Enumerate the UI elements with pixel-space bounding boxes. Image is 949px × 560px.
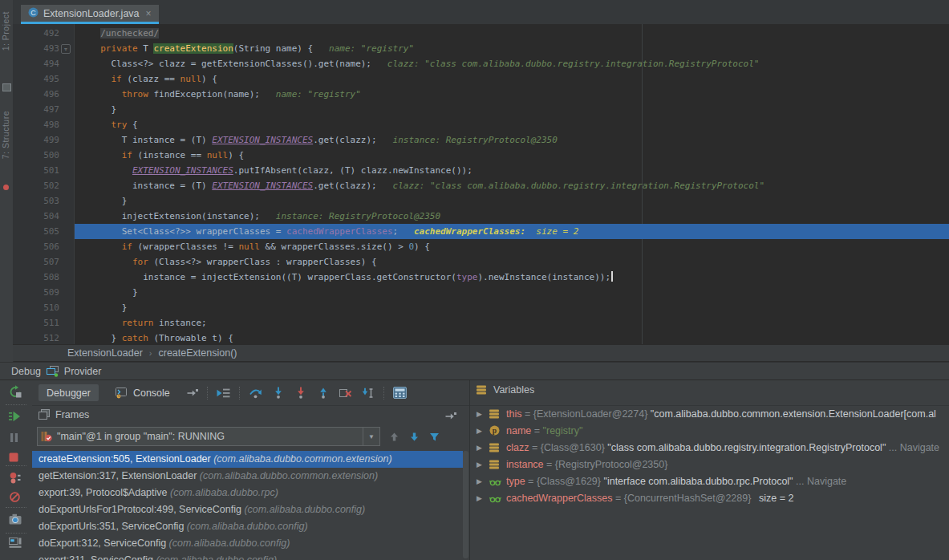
previous-frame-icon[interactable] [389, 431, 400, 442]
text-caret [611, 271, 613, 282]
variables-list: ▶this = {ExtensionLoader@2274} "com.alib… [470, 405, 949, 560]
code-line-496[interactable]: 496 throw findException(name); name: "re… [13, 87, 949, 102]
code-text: } catch (Throwable t) { [74, 333, 233, 343]
run-to-cursor-icon[interactable] [361, 387, 375, 400]
code-line-508[interactable]: 508 instance = injectExtension((T) wrapp… [13, 270, 949, 285]
step-out-icon[interactable] [316, 387, 331, 400]
code-line-507[interactable]: 507 for (Class<?> wrapperClass : wrapper… [13, 254, 949, 270]
code-line-498[interactable]: 498 try { [13, 117, 949, 132]
expand-triangle-icon[interactable]: ▶ [477, 410, 485, 418]
svg-text:p: p [493, 427, 497, 435]
breadcrumb-class[interactable]: ExtensionLoader [67, 347, 143, 359]
code-line-511[interactable]: 511 return instance; [13, 315, 949, 331]
rerun-icon[interactable] [9, 385, 23, 400]
debug-left-toolbar [0, 380, 32, 560]
filter-frames-icon[interactable] [429, 431, 440, 442]
thread-dump-icon[interactable] [9, 513, 23, 528]
code-text: return instance; [74, 318, 207, 328]
mute-breakpoints-icon[interactable] [9, 491, 23, 505]
code-line-495[interactable]: 495 if (clazz == null) { [13, 71, 949, 87]
next-frame-icon[interactable] [409, 431, 420, 442]
chevron-down-icon[interactable]: ▼ [363, 428, 379, 445]
frame-row[interactable]: createExtension:505, ExtensionLoader (co… [32, 451, 463, 468]
line-number: 512 [13, 331, 74, 344]
variable-row[interactable]: ▶pname = "registry" [470, 422, 949, 439]
variable-row[interactable]: ▶clazz = {Class@1630} "class com.alibaba… [470, 439, 949, 456]
expand-triangle-icon[interactable]: ▶ [477, 427, 485, 435]
frame-row[interactable]: doExportUrlsFor1Protocol:499, ServiceCon… [32, 501, 463, 518]
frame-package: (com.alibaba.dubbo.config) [156, 554, 277, 560]
tab-extensionloader[interactable]: C ExtensionLoader.java × [21, 5, 159, 24]
run-configuration-name[interactable]: Provider [64, 366, 102, 377]
resume-icon[interactable] [9, 411, 23, 425]
tool-stripe-icon[interactable] [2, 83, 11, 91]
parameter-icon: p [489, 425, 501, 436]
tab-console[interactable]: Console [106, 384, 178, 401]
variable-row[interactable]: ▶cachedWrapperClasses = {ConcurrentHashS… [470, 489, 949, 506]
show-execution-point-icon[interactable] [217, 387, 231, 400]
evaluate-expression-icon[interactable] [393, 387, 408, 400]
variable-row[interactable]: ▶instance = {RegistryProtocol@2350} [470, 456, 949, 473]
variable-name: instance [506, 459, 544, 470]
expand-triangle-icon[interactable]: ▶ [477, 444, 485, 452]
thread-selector-row: "main"@1 in group "main": RUNNING ▼ [37, 426, 440, 447]
expand-triangle-icon[interactable]: ▶ [477, 494, 485, 502]
code-line-510[interactable]: 510 } [13, 300, 949, 315]
fold-marker-icon[interactable]: ▿ [61, 44, 71, 54]
frames-scrollbar[interactable] [463, 451, 468, 558]
breadcrumb-separator: › [149, 348, 152, 358]
frame-row[interactable]: getExtension:317, ExtensionLoader (com.a… [32, 468, 463, 485]
force-step-into-icon[interactable] [294, 387, 308, 400]
thread-dropdown[interactable]: "main"@1 in group "main": RUNNING ▼ [37, 427, 380, 446]
code-line-501[interactable]: 501 EXTENSION_INSTANCES.putIfAbsent(claz… [13, 163, 949, 178]
jump-to-output-icon[interactable] [185, 387, 200, 400]
pause-icon[interactable] [9, 432, 23, 446]
tab-title: ExtensionLoader.java [43, 8, 140, 19]
view-breakpoints-icon[interactable] [9, 472, 23, 486]
class-icon: C [28, 6, 39, 21]
code-line-504[interactable]: 504 injectExtension(instance); instance:… [13, 209, 949, 224]
line-number: 503 [13, 193, 74, 209]
step-into-icon[interactable] [271, 387, 286, 400]
code-line-492[interactable]: 492 /unchecked/ [13, 26, 949, 41]
frame-location: getExtension:317, ExtensionLoader [39, 470, 200, 481]
code-line-493[interactable]: 493 private T createExtension(String nam… [13, 41, 949, 56]
frame-row[interactable]: export:311, ServiceConfig (com.alibaba.d… [32, 552, 463, 560]
breadcrumb-method[interactable]: createExtension() [159, 347, 237, 359]
code-line-497[interactable]: 497 } [13, 102, 949, 117]
code-line-506[interactable]: 506 if (wrapperClasses != null && wrappe… [13, 239, 949, 254]
code-line-503[interactable]: 503 } [13, 193, 949, 209]
code-line-512[interactable]: 512 } catch (Throwable t) { [13, 331, 949, 344]
close-icon[interactable]: × [146, 8, 152, 19]
variable-row[interactable]: ▶this = {ExtensionLoader@2274} "com.alib… [470, 405, 949, 422]
code-text: injectExtension(instance); instance: Reg… [74, 211, 440, 221]
code-text: if (instance == null) { [74, 150, 244, 160]
variables-panel-title: Variables [493, 384, 534, 396]
frame-package: (com.alibaba.dubbo.config) [244, 504, 365, 515]
frame-row[interactable]: export:39, Protocol$Adaptive (com.alibab… [32, 485, 463, 501]
expand-triangle-icon[interactable]: ▶ [477, 461, 485, 469]
frame-row[interactable]: doExport:312, ServiceConfig (com.alibaba… [32, 535, 463, 552]
expand-triangle-icon[interactable]: ▶ [477, 477, 485, 485]
code-line-502[interactable]: 502 instance = (T) EXTENSION_INSTANCES.g… [13, 178, 949, 193]
stop-icon[interactable] [9, 451, 23, 465]
sidebar-item-structure[interactable]: 7: Structure [1, 111, 10, 159]
variable-row[interactable]: ▶type = {Class@1629} "interface com.alib… [470, 473, 949, 489]
tab-debugger[interactable]: Debugger [39, 384, 99, 401]
panel-arrow-icon[interactable] [444, 410, 458, 423]
variable-text: cachedWrapperClasses = {ConcurrentHashSe… [506, 493, 794, 504]
code-editor[interactable]: 492 /unchecked/493 private T createExten… [13, 24, 949, 344]
code-line-494[interactable]: 494 Class<?> clazz = getExtensionClasses… [13, 56, 949, 71]
line-number: 501 [13, 163, 74, 178]
restore-layout-icon[interactable] [9, 538, 23, 552]
code-line-505[interactable]: 505 Set<Class<?>> wrapperClasses = cache… [13, 224, 949, 239]
svg-text:C: C [30, 8, 36, 16]
frame-row[interactable]: doExportUrls:351, ServiceConfig (com.ali… [32, 518, 463, 535]
code-line-499[interactable]: 499 T instance = (T) EXTENSION_INSTANCES… [13, 132, 949, 148]
code-line-509[interactable]: 509 } [13, 285, 949, 300]
code-line-500[interactable]: 500 if (instance == null) { [13, 148, 949, 163]
drop-frame-icon[interactable] [339, 387, 353, 400]
console-tab-label: Console [133, 388, 170, 399]
step-over-icon[interactable] [249, 387, 263, 400]
sidebar-item-project[interactable]: 1: Project [1, 11, 10, 51]
